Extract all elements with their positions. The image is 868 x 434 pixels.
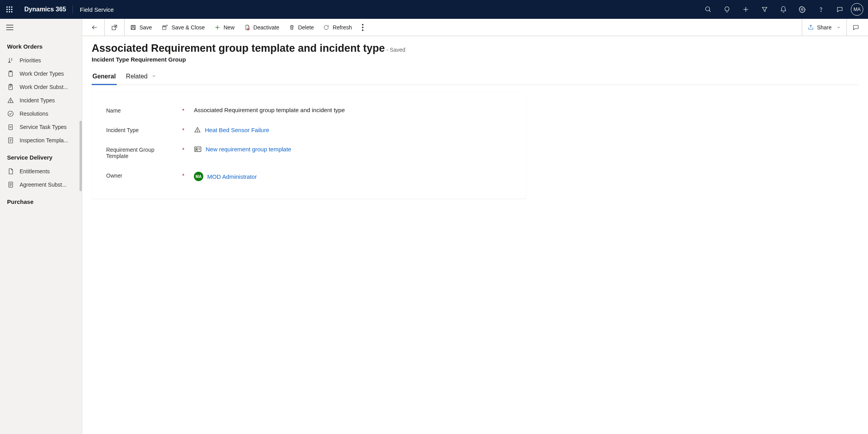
search-icon <box>705 6 712 13</box>
plus-icon <box>742 6 749 13</box>
svg-point-25 <box>11 102 11 102</box>
delete-button[interactable]: Delete <box>284 19 318 36</box>
more-vertical-icon <box>362 24 363 31</box>
svg-point-13 <box>801 9 803 11</box>
delete-label: Delete <box>298 24 314 31</box>
svg-line-10 <box>709 10 711 12</box>
bell-icon <box>780 6 787 13</box>
svg-point-50 <box>362 27 363 28</box>
incident-type-lookup[interactable]: Heat Bed Sensor Failure <box>194 126 512 133</box>
avatar-initials: MA <box>854 7 861 12</box>
deactivate-button[interactable]: Deactivate <box>239 19 284 36</box>
warning-triangle-icon <box>194 126 201 133</box>
field-incident-type: Incident Type * Heat Bed Sensor Failure <box>106 120 512 140</box>
required-mark: * <box>181 126 186 133</box>
sidebar-item-incident-types[interactable]: Incident Types <box>0 94 82 107</box>
sidebar-item-label: Incident Types <box>20 97 55 104</box>
field-requirement-group: Requirement Group Template * New require… <box>106 140 512 165</box>
sidebar-item-entitlements[interactable]: Entitlements <box>0 165 82 178</box>
svg-point-2 <box>11 7 13 8</box>
sidebar-item-label: Priorities <box>20 57 41 64</box>
lookup-value[interactable]: MOD Administrator <box>207 173 257 180</box>
svg-point-5 <box>11 9 13 10</box>
field-label: Name <box>106 107 173 114</box>
save-close-icon <box>161 24 168 31</box>
open-new-window-button[interactable] <box>105 19 123 36</box>
refresh-button[interactable]: Refresh <box>318 19 356 36</box>
scrollbar[interactable] <box>80 121 82 191</box>
share-icon <box>808 24 814 31</box>
sidebar-item-label: Agreement Subst... <box>20 182 67 188</box>
sidebar-item-service-task-types[interactable]: Service Task Types <box>0 120 82 134</box>
waffle-icon <box>6 6 13 13</box>
deactivate-label: Deactivate <box>253 24 279 31</box>
back-button[interactable] <box>85 19 103 36</box>
lookup-value[interactable]: New requirement group template <box>206 146 291 153</box>
sidebar-group-service-delivery: Service Delivery <box>0 147 82 165</box>
create-button[interactable] <box>736 0 755 19</box>
check-circle-icon <box>7 110 14 117</box>
required-mark: * <box>181 172 186 179</box>
chevron-down-icon <box>836 25 841 30</box>
ideas-button[interactable] <box>718 0 736 19</box>
svg-rect-42 <box>163 26 165 27</box>
module-label[interactable]: Field Service <box>74 6 120 13</box>
sidebar-item-priorities[interactable]: Priorities <box>0 54 82 67</box>
document-icon <box>7 168 14 175</box>
tab-general[interactable]: General <box>92 70 117 85</box>
sidebar-item-resolutions[interactable]: Resolutions <box>0 107 82 120</box>
chat-icon <box>836 6 843 13</box>
assistant-pane-button[interactable] <box>847 19 865 36</box>
tab-related[interactable]: Related <box>125 70 157 85</box>
svg-rect-27 <box>9 125 13 130</box>
tab-label: Related <box>126 73 148 80</box>
svg-point-55 <box>196 148 197 149</box>
required-mark: * <box>181 107 186 114</box>
sidebar-item-label: Work Order Types <box>20 71 64 77</box>
app-launcher-button[interactable] <box>0 0 19 19</box>
assistant-button[interactable] <box>830 0 849 19</box>
chevron-down-icon <box>152 74 156 78</box>
filter-button[interactable] <box>755 0 774 19</box>
more-commands-button[interactable] <box>356 19 369 36</box>
refresh-icon <box>323 24 329 31</box>
field-owner: Owner * MA MOD Administrator <box>106 165 512 187</box>
svg-point-7 <box>9 11 10 13</box>
svg-point-14 <box>821 11 821 12</box>
share-label: Share <box>817 24 832 31</box>
save-button[interactable]: Save <box>125 19 157 36</box>
share-button[interactable]: Share <box>802 19 847 36</box>
name-input[interactable]: Associated Requirement group template an… <box>194 107 512 113</box>
notifications-button[interactable] <box>774 0 793 19</box>
sidebar-item-work-order-substatus[interactable]: Work Order Subst... <box>0 80 82 94</box>
owner-lookup[interactable]: MA MOD Administrator <box>194 172 512 181</box>
chat-icon <box>852 24 859 31</box>
separator <box>104 19 105 36</box>
user-avatar[interactable]: MA <box>851 3 863 16</box>
funnel-icon <box>761 6 768 13</box>
sidebar-toggle[interactable] <box>0 19 82 36</box>
requirement-group-lookup[interactable]: New requirement group template <box>194 146 512 153</box>
warning-triangle-icon <box>7 97 14 104</box>
new-button[interactable]: New <box>210 19 239 36</box>
settings-button[interactable] <box>793 0 812 19</box>
clipboard-edit-icon <box>7 84 14 91</box>
sidebar-item-work-order-types[interactable]: Work Order Types <box>0 67 82 80</box>
lookup-value[interactable]: Heat Bed Sensor Failure <box>205 127 269 133</box>
brand-label[interactable]: Dynamics 365 <box>19 6 72 13</box>
field-label: Incident Type <box>106 126 173 133</box>
gear-icon <box>799 6 806 13</box>
sidebar-item-inspection-templates[interactable]: Inspection Templa... <box>0 134 82 147</box>
sidebar-item-label: Inspection Templa... <box>20 137 68 143</box>
svg-rect-39 <box>132 25 134 26</box>
sidebar-group-purchase: Purchase <box>0 191 82 209</box>
help-button[interactable] <box>812 0 830 19</box>
plus-icon <box>214 24 221 31</box>
save-status: - Saved <box>387 47 405 53</box>
owner-initials: MA <box>195 174 202 179</box>
arrow-left-icon <box>91 24 98 31</box>
sidebar-item-agreement-substatus[interactable]: Agreement Subst... <box>0 178 82 191</box>
search-button[interactable] <box>699 0 718 19</box>
save-close-button[interactable]: Save & Close <box>157 19 210 36</box>
save-close-label: Save & Close <box>172 24 205 31</box>
